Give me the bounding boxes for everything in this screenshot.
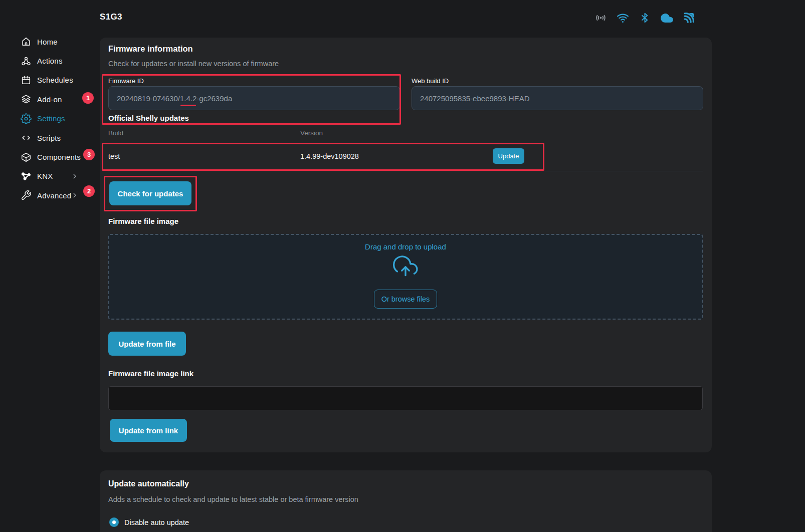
sidebar-item-label: Settings [37,114,65,123]
web-build-id-field[interactable]: 240725095835-ebee9893-HEAD [412,86,703,110]
home-icon [20,36,32,48]
row-update-button[interactable]: Update [493,148,524,164]
code-icon [20,132,32,144]
cloud-icon[interactable] [660,11,674,25]
wifi-icon[interactable] [616,11,630,25]
sidebar-item-label: Components [37,153,81,161]
firmware-link-input[interactable] [108,386,703,410]
upload-cloud-icon [393,254,418,282]
bluetooth-icon[interactable] [638,11,652,25]
web-build-id-label: Web build ID [412,77,449,85]
chevron-right-icon [71,173,78,180]
check-for-updates-button[interactable]: Check for updates [109,181,191,205]
sidebar-item-schedules[interactable]: Schedules [0,71,92,90]
shelly-device-page: S1G3 [0,0,805,532]
sidebar-item-label: Scripts [37,134,61,142]
auto-update-title: Update automatically [108,479,189,488]
sidebar-item-label: Add-on [37,95,62,104]
row-build-cell: test [108,152,120,160]
sidebar-item-home[interactable]: Home [0,32,92,51]
firmware-id-value-highlighted: 1.4.2 [180,94,196,103]
firmware-id-field[interactable]: 20240819-074630/1.4.2-gc2639da [108,86,400,110]
radio-selected-icon [109,517,119,527]
sidebar-item-label: Schedules [37,76,73,84]
calendar-icon [20,74,32,86]
knx-network-icon [20,170,32,182]
web-build-id-value: 240725095835-ebee9893-HEAD [420,94,530,103]
mqtt-icon[interactable] [682,11,696,25]
sidebar-item-label: KNX [37,172,53,180]
sidebar-item-actions[interactable]: Actions [0,51,92,70]
status-icon-bar [594,11,696,25]
page-title: S1G3 [100,12,122,22]
sidebar-item-components[interactable]: Components [0,147,92,166]
gear-icon [20,113,32,124]
sidebar-item-label: Home [37,38,58,46]
radio-label: Disable auto update [124,518,189,526]
divider [108,171,703,171]
browse-files-button[interactable]: Or browse files [374,290,437,309]
firmware-card-subtitle: Check for updates or install new version… [108,60,279,68]
wrench-icon [20,190,32,201]
firmware-id-value-suffix: -gc2639da [196,94,232,103]
sidebar-item-add-on[interactable]: Add-on [0,90,92,109]
disable-auto-update-radio[interactable]: Disable auto update [109,517,189,527]
firmware-information-card: Firmware information Check for updates o… [100,38,712,452]
chevron-right-icon [71,192,78,199]
update-from-file-button[interactable]: Update from file [108,332,186,356]
package-icon [20,151,32,163]
webhook-icon [20,55,32,67]
firmware-id-value-prefix: 20240819-074630/ [117,94,180,103]
sidebar-item-scripts[interactable]: Scripts [0,128,92,147]
layers-icon [20,94,32,105]
sidebar-item-label: Actions [37,57,63,65]
firmware-file-image-title: Firmware file image [108,217,178,225]
column-header-version: Version [300,129,323,137]
firmware-card-title: Firmware information [108,44,193,54]
dropzone-text: Drag and drop to upload [109,242,702,251]
auto-update-subtitle: Adds a schedule to check and update to l… [108,495,358,503]
official-updates-title: Official Shelly updates [108,114,189,122]
firmware-upload-dropzone[interactable]: Drag and drop to upload Or browse files [108,234,703,320]
row-version-cell: 1.4.99-dev109028 [300,152,359,160]
update-automatically-card: Update automatically Adds a schedule to … [100,470,712,532]
sidebar-item-label: Advanced [37,191,71,200]
firmware-file-link-title: Firmware file image link [108,369,193,378]
sidebar-nav: Home Actions Schedules [0,32,92,205]
sidebar-item-advanced[interactable]: Advanced [0,186,92,205]
firmware-id-label: Firmware ID [108,77,144,85]
access-point-icon[interactable] [594,11,608,25]
update-table-row: test 1.4.99-dev109028 Update [108,141,703,171]
update-from-link-button[interactable]: Update from link [110,419,187,442]
sidebar-item-knx[interactable]: KNX [0,167,92,186]
column-header-build: Build [108,129,123,137]
sidebar-item-settings[interactable]: Settings [0,109,92,128]
